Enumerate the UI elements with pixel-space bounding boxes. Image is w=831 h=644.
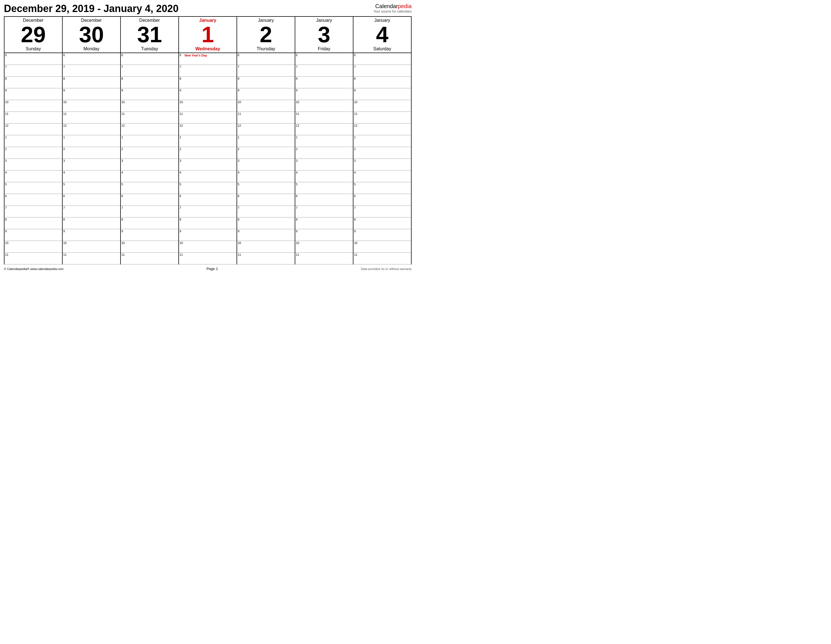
time-row-3-0: 6New Year's Day — [179, 53, 237, 65]
time-label-0-11: 5 — [5, 183, 10, 186]
time-row-4-5: 11 — [237, 112, 295, 124]
time-row-6-5: 11 — [353, 112, 411, 124]
day-number-2: 31 — [121, 24, 178, 46]
time-label-3-0: 6 — [179, 54, 184, 57]
time-label-3-13: 7 — [179, 206, 184, 209]
time-row-6-13: 7 — [353, 206, 411, 218]
day-number-4: 2 — [238, 24, 294, 46]
time-label-3-10: 4 — [179, 171, 184, 174]
brand-logo: Calendarpedia Your source for calendars — [374, 3, 412, 13]
time-label-4-15: 9 — [237, 230, 242, 233]
time-row-0-2: 8 — [5, 76, 62, 88]
time-label-1-12: 6 — [63, 194, 68, 198]
time-row-0-16: 10 — [5, 241, 62, 253]
time-label-0-12: 6 — [5, 194, 10, 198]
time-label-6-6: 12 — [353, 124, 358, 127]
time-row-1-4: 10 — [63, 100, 120, 112]
day-header-4: January2Thursday — [237, 17, 295, 53]
time-row-6-4: 10 — [353, 100, 411, 112]
time-row-4-11: 5 — [237, 182, 295, 194]
time-row-4-15: 9 — [237, 229, 295, 241]
time-row-6-0: 6 — [353, 53, 411, 65]
time-row-0-8: 2 — [5, 147, 62, 159]
time-label-4-11: 5 — [237, 183, 242, 186]
time-label-2-9: 3 — [121, 159, 126, 162]
time-row-3-12: 6 — [179, 194, 237, 206]
time-label-5-5: 11 — [295, 112, 300, 115]
time-label-5-6: 12 — [295, 124, 300, 127]
day-column-3: 6New Year's Day7891011121234567891011 — [179, 53, 237, 264]
day-number-1: 30 — [63, 24, 120, 46]
time-row-6-1: 7 — [353, 65, 411, 76]
time-label-5-9: 3 — [295, 159, 300, 162]
time-row-1-1: 7 — [63, 65, 120, 76]
time-row-4-4: 10 — [237, 100, 295, 112]
time-row-2-4: 10 — [121, 100, 178, 112]
time-row-5-8: 2 — [295, 147, 353, 159]
time-row-6-6: 12 — [353, 124, 411, 135]
calendar-header: December29SundayDecember30MondayDecember… — [4, 16, 412, 53]
time-label-0-7: 1 — [5, 136, 10, 139]
time-row-5-15: 9 — [295, 229, 353, 241]
time-row-4-6: 12 — [237, 124, 295, 135]
time-row-6-2: 8 — [353, 76, 411, 88]
time-row-3-7: 1 — [179, 135, 237, 147]
time-row-5-0: 6 — [295, 53, 353, 65]
time-row-1-5: 11 — [63, 112, 120, 124]
day-number-5: 3 — [296, 24, 352, 46]
time-label-0-0: 6 — [5, 54, 10, 57]
time-row-5-13: 7 — [295, 206, 353, 218]
time-label-2-5: 11 — [121, 112, 126, 115]
time-label-6-11: 5 — [353, 183, 358, 186]
time-label-6-1: 7 — [353, 65, 358, 68]
time-row-6-3: 9 — [353, 88, 411, 100]
time-row-6-7: 1 — [353, 135, 411, 147]
time-row-0-4: 10 — [5, 100, 62, 112]
time-row-6-17: 11 — [353, 253, 411, 264]
time-row-5-7: 1 — [295, 135, 353, 147]
time-label-0-16: 10 — [5, 242, 10, 245]
time-label-4-5: 11 — [237, 112, 242, 115]
time-label-6-15: 9 — [353, 230, 358, 233]
time-row-6-16: 10 — [353, 241, 411, 253]
time-row-2-1: 7 — [121, 65, 178, 76]
time-label-4-1: 7 — [237, 65, 242, 68]
time-label-5-8: 2 — [295, 148, 300, 151]
brand-pedia: pedia — [398, 3, 412, 9]
footer-left: © Calendarpedia® www.calendarpedia.com — [4, 267, 64, 270]
time-row-0-6: 12 — [5, 124, 62, 135]
time-row-1-14: 8 — [63, 218, 120, 229]
time-row-3-4: 10 — [179, 100, 237, 112]
time-label-6-13: 7 — [353, 206, 358, 209]
time-label-3-17: 11 — [179, 253, 184, 256]
time-label-1-6: 12 — [63, 124, 68, 127]
time-label-1-1: 7 — [63, 65, 68, 68]
time-label-0-14: 8 — [5, 218, 10, 221]
time-label-4-17: 11 — [237, 253, 242, 256]
time-label-2-14: 8 — [121, 218, 126, 221]
time-row-0-13: 7 — [5, 206, 62, 218]
time-label-6-8: 2 — [353, 148, 358, 151]
time-label-4-6: 12 — [237, 124, 242, 127]
day-column-0: 67891011121234567891011 — [5, 53, 63, 264]
time-label-4-7: 1 — [237, 136, 242, 139]
time-label-5-0: 6 — [295, 54, 300, 57]
time-label-3-4: 10 — [179, 101, 184, 104]
day-column-1: 67891011121234567891011 — [63, 53, 121, 264]
day-header-3: January1Wednesday — [179, 17, 237, 53]
time-label-3-9: 3 — [179, 159, 184, 162]
time-label-3-7: 1 — [179, 136, 184, 139]
time-row-2-10: 4 — [121, 170, 178, 182]
brand-calendar: Calendar — [375, 3, 398, 9]
time-row-6-15: 9 — [353, 229, 411, 241]
day-column-6: 67891011121234567891011 — [353, 53, 412, 264]
time-label-1-7: 1 — [63, 136, 68, 139]
time-row-5-12: 6 — [295, 194, 353, 206]
time-label-1-16: 10 — [63, 242, 68, 245]
time-row-3-8: 2 — [179, 147, 237, 159]
time-row-6-9: 3 — [353, 159, 411, 170]
time-row-2-3: 9 — [121, 88, 178, 100]
time-row-0-11: 5 — [5, 182, 62, 194]
time-row-1-7: 1 — [63, 135, 120, 147]
time-row-5-10: 4 — [295, 170, 353, 182]
